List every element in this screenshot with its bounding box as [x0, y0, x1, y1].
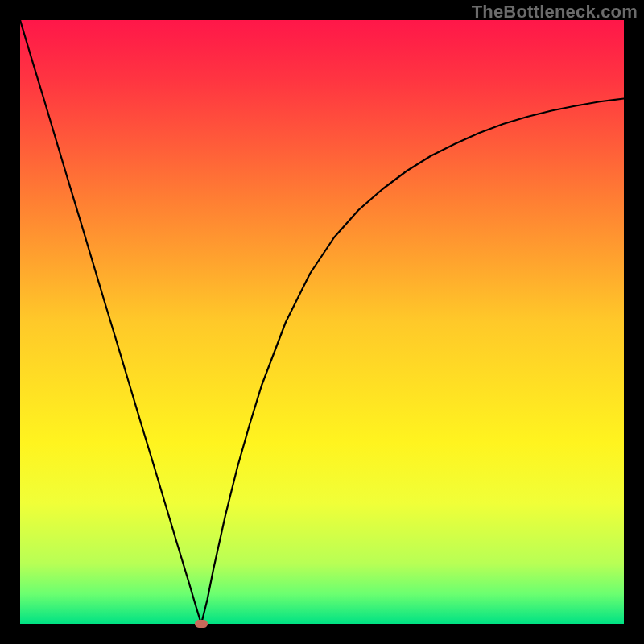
minimum-marker [195, 620, 208, 628]
chart-frame: TheBottleneck.com [0, 0, 644, 644]
bottleneck-plot [20, 20, 624, 624]
watermark-text: TheBottleneck.com [472, 2, 638, 23]
